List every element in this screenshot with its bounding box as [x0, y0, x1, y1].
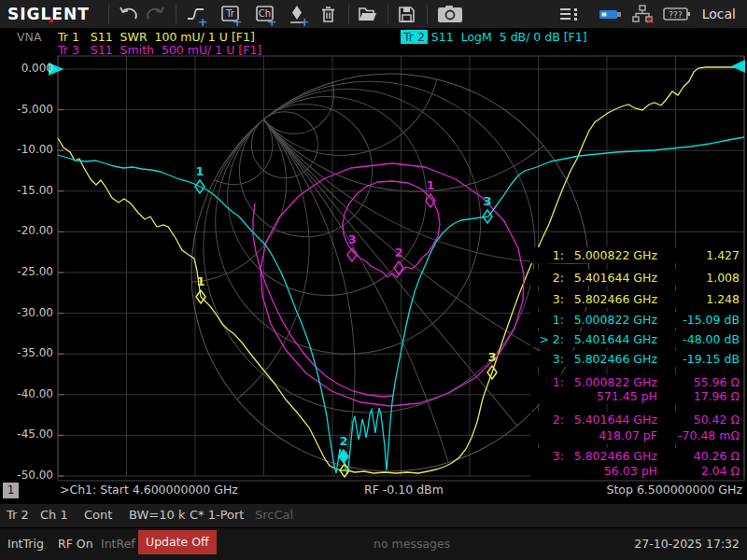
marker-readout-row: 2:5.401644 GHz1.008 — [530, 270, 743, 286]
y-axis-label: -50.00 — [0, 469, 53, 482]
marker-readout-row: 3:5.802466 GHz1.248 — [530, 291, 743, 307]
trace-tr3-smith — [253, 203, 393, 397]
svg-text:3: 3 — [483, 194, 491, 208]
marker-readout-row: 1:5.000822 GHz-15.09 dB — [530, 312, 743, 328]
marker-readout-row: 3:5.802466 GHz-19.15 dB — [530, 351, 743, 367]
ref-level-triangle-right — [731, 60, 745, 73]
update-off-button[interactable]: Update Off — [138, 530, 217, 554]
marker-readout-row: 418.07 pF-70.48 mΩ — [530, 427, 743, 443]
softkey-c-1-port[interactable]: C* 1-Port — [190, 508, 244, 522]
y-axis-label: -20.00 — [0, 224, 53, 237]
y-axis-label: -15.00 — [0, 184, 53, 197]
marker-tr3-2[interactable]: 2 — [394, 245, 403, 274]
softkey-cont[interactable]: Cont — [84, 508, 112, 522]
marker-readout-row: > 2:5.401644 GHz-48.00 dB — [530, 331, 743, 347]
status-bar: IntTrig RF On IntRef Update Off no messa… — [0, 528, 747, 560]
marker-readout-row: 571.45 pH17.96 Ω — [530, 388, 743, 404]
channel-number-badge[interactable]: 1 — [3, 483, 19, 498]
marker-readout-row: 3:5.802466 GHz40.26 Ω — [530, 448, 743, 464]
y-axis-label: -10.00 — [0, 143, 53, 156]
softkey-tr-2[interactable]: Tr 2 — [7, 508, 29, 522]
channel-status-bar: 1 >Ch1: Start 4.600000000 GHz RF -0.10 d… — [0, 481, 747, 503]
marker-readout-row: 2:5.401644 GHz50.42 Ω — [530, 412, 743, 427]
marker-tr1-1[interactable]: 1 — [196, 274, 205, 303]
marker-tr3-3[interactable]: 3 — [347, 232, 357, 261]
marker-tr2-2[interactable]: 2 — [339, 434, 348, 463]
y-axis-label: -40.00 — [0, 387, 53, 400]
vna-application-window: SIGLENT + Tr + Ch + + — [0, 0, 747, 560]
marker-tr2-3[interactable]: 3 — [483, 194, 492, 223]
y-axis-label: -35.00 — [0, 346, 53, 359]
svg-text:3: 3 — [487, 350, 496, 364]
y-axis-label: -5.000 — [0, 103, 53, 116]
marker-tr3-1[interactable]: 1 — [426, 178, 435, 207]
marker-readout-row: 1:5.000822 GHz1.427 — [530, 247, 743, 263]
y-axis-label: -45.00 — [0, 427, 53, 441]
softkey-status-bar: Tr 2Ch 1ContBW=10 kC* 1-PortSrcCal — [0, 504, 747, 527]
svg-text:1: 1 — [196, 274, 204, 288]
svg-text:1: 1 — [426, 178, 434, 192]
channel-rf-power[interactable]: RF -0.10 dBm — [364, 483, 444, 497]
trigger-status: IntTrig — [7, 537, 44, 551]
message-area: no messages — [374, 537, 450, 551]
svg-text:2: 2 — [394, 245, 402, 259]
trace-tr3-smith — [343, 181, 440, 277]
y-axis-label: -25.00 — [0, 265, 53, 278]
softkey-bw-10-k[interactable]: BW=10 k — [129, 508, 185, 522]
channel-stop-frequency[interactable]: Stop 6.500000000 GHz — [606, 483, 742, 497]
softkey-ch-1[interactable]: Ch 1 — [40, 508, 68, 522]
softkey-srccal[interactable]: SrcCal — [255, 508, 293, 522]
svg-text:1: 1 — [195, 164, 204, 178]
y-axis-label: -30.00 — [0, 306, 53, 319]
svg-text:3: 3 — [347, 232, 356, 246]
svg-text:2: 2 — [339, 434, 347, 448]
y-axis-label: 0.000 — [0, 62, 53, 75]
rf-status: RF On — [58, 537, 93, 551]
channel-start-frequency[interactable]: >Ch1: Start 4.600000000 GHz — [60, 483, 238, 497]
marker-readout-row: 56.03 pH2.04 Ω — [530, 463, 743, 479]
marker-tr2-1[interactable]: 1 — [195, 164, 204, 193]
datetime-label: 27-10-2025 17:32 — [634, 537, 740, 551]
reference-status: IntRef — [101, 537, 135, 551]
